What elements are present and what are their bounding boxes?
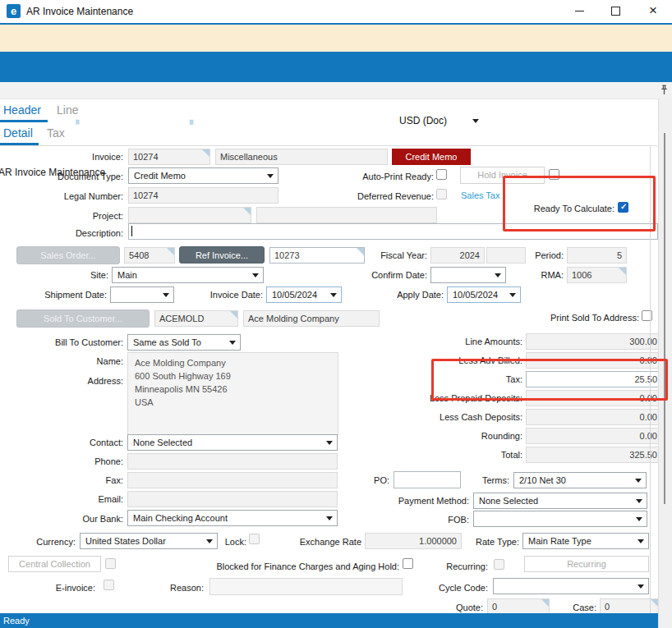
print-sold-to-checkbox[interactable] [642,310,652,321]
shipment-date-select[interactable] [110,286,174,303]
reason-label: Reason: [163,583,204,593]
home-icon[interactable]: ⌂ [532,112,548,129]
auto-print-ready-label: Auto-Print Ready: [327,172,434,181]
email-label: Email: [16,494,123,504]
terms-label: Terms: [460,475,509,485]
menu-actions[interactable]: Actions [333,114,368,126]
project-desc-field [256,207,437,223]
tab-tax[interactable]: Tax [47,126,65,140]
blocked-finance-checkbox[interactable] [403,558,413,569]
tab-header[interactable]: Header [3,103,41,117]
po-field[interactable] [394,471,461,488]
our-bank-label: Our Bank: [16,514,123,524]
tab-line[interactable]: Line [57,103,78,117]
bill-to-customer-select[interactable]: Same as Sold To [127,334,241,351]
rma-field[interactable]: 1006 [567,267,627,283]
title-bar: e AR Invoice Maintenance × [0,0,672,23]
line-amounts-field: 300.00 [526,333,662,350]
fob-select[interactable] [473,511,647,527]
recurring-label: Recurring: [430,562,488,571]
email-field [127,491,338,507]
fob-label: FOB: [362,515,469,525]
clear-icon[interactable] [113,112,128,126]
invoice-type-field: Miscellaneous [215,149,388,165]
deferred-revenue-label: Deferred Revenue: [327,191,434,201]
currency-label: Currency: [18,537,76,547]
cut-icon[interactable] [137,112,152,126]
payment-method-label: Payment Method: [362,496,469,506]
sold-to-name-field: Ace Molding Company [243,310,380,327]
menu-file[interactable]: File [247,114,265,126]
sales-tax-link[interactable]: Sales Tax [461,190,500,200]
fax-label: Fax: [16,475,123,485]
contact-select[interactable]: None Selected [127,434,338,451]
search-icon[interactable] [226,112,241,126]
less-adv-billed-field: 0.00 [526,352,662,369]
tab-header-underline [0,120,48,122]
less-prepaid-field: 0.00 [526,390,662,406]
terms-select[interactable]: 2/10 Net 30 [513,472,647,488]
menu-edit[interactable]: Edit [274,114,292,126]
name-label: Name: [16,356,123,366]
ready-to-calculate-checkbox[interactable] [618,202,628,213]
tab-separator [0,145,657,146]
tab-detail[interactable]: Detail [3,126,33,140]
menu-tools[interactable]: Tools [301,114,325,126]
notification-banner: ! Try the new version of the RMA Credit … [0,25,672,52]
cycle-code-select[interactable] [493,578,649,594]
tax-field[interactable]: 25.50 [526,371,662,387]
document-type-select[interactable]: Credit Memo [128,167,278,184]
site-select[interactable]: Main [112,267,264,283]
apply-date-select[interactable]: 10/05/2024 [447,286,521,303]
currency-select[interactable]: United States Dollar [80,533,218,549]
copy-icon[interactable] [159,112,174,126]
menu-help[interactable]: Help [369,114,391,126]
fiscal-year-field: 2024 [430,247,485,264]
invoice-date-select[interactable]: 10/05/2024 [266,286,342,303]
payment-method-select[interactable]: None Selected [473,493,647,509]
confirm-date-select[interactable] [430,267,506,283]
invoice-number-field[interactable]: 10274 [128,149,210,165]
sold-to-customer-button: Sold To Customer... [16,309,150,328]
rma-label: RMA: [522,270,564,280]
deferred-revenue-checkbox [436,189,447,199]
scrollbar-thumb[interactable] [664,133,665,504]
ref-invoice-number-field[interactable]: 10273 [269,247,365,264]
project-id-field[interactable] [128,207,251,223]
central-collection-button: Central Collection [8,556,101,572]
less-prepaid-label: Less Prepaid Deposits: [358,393,522,403]
recurring-checkbox [494,559,504,570]
undo-icon[interactable] [204,112,219,126]
pin-icon[interactable] [659,85,670,95]
paste-icon[interactable] [182,112,196,126]
sold-to-id-field[interactable]: ACEMOLD [154,310,238,327]
maximize-icon [611,7,620,16]
lock-checkbox [249,534,260,544]
quote-field[interactable]: 0 [487,598,550,615]
our-bank-select[interactable]: Main Checking Account [127,510,338,526]
bill-to-address-field: Ace Molding Company 600 South Highway 16… [127,352,338,435]
description-field[interactable] [128,223,658,240]
phone-field [127,453,338,470]
rate-type-select[interactable]: Main Rate Type [522,533,649,549]
invoice-label: Invoice: [16,152,123,162]
legal-number-field: 10274 [128,187,278,204]
status-text: Ready [3,616,30,626]
currency-display-select[interactable]: USD (Doc) [394,112,484,130]
invoice-date-label: Invoice Date: [197,290,263,300]
minimize-button[interactable] [565,0,593,22]
maximize-button[interactable] [602,0,630,22]
close-button[interactable]: × [639,0,667,22]
minimize-icon [575,11,584,11]
ref-invoice-button[interactable]: Ref Invoice... [179,246,265,264]
hold-invoice-checkbox[interactable] [549,169,559,180]
total-label: Total: [358,450,522,460]
sales-order-number-field[interactable]: 5408 [124,247,175,264]
print-sold-to-label: Print Sold To Address: [508,313,639,323]
back-icon[interactable]: ← [489,112,505,129]
refresh-icon[interactable] [91,112,106,126]
einvoice-checkbox [104,580,114,590]
case-label: Case: [555,603,596,612]
auto-print-ready-checkbox[interactable] [436,169,447,180]
forward-icon[interactable]: → [510,112,527,129]
